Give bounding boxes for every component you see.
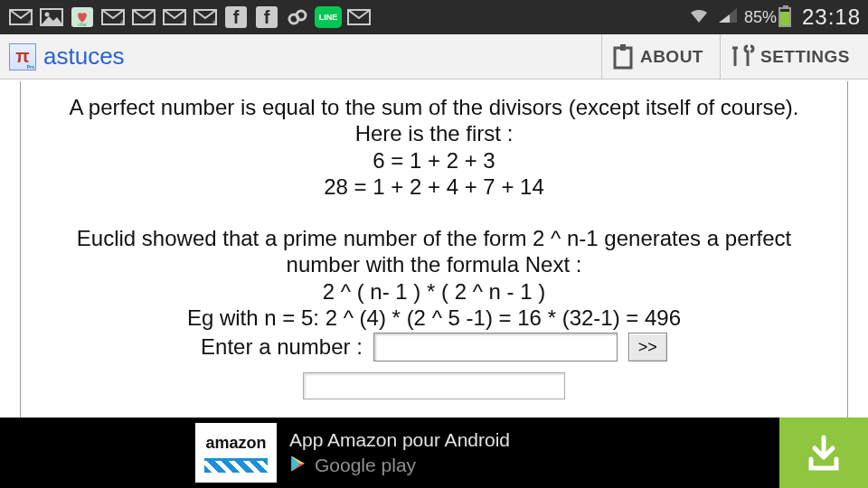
google-play-icon bbox=[289, 455, 307, 476]
example-text: Eg with n = 5: 2 ^ (4) * (2 ^ 5 -1) = 16… bbox=[37, 305, 831, 331]
svg-text:@: @ bbox=[151, 18, 156, 25]
ad-decoration-icon bbox=[204, 458, 268, 473]
svg-text:chat: chat bbox=[78, 22, 87, 27]
ad-download-button[interactable] bbox=[779, 418, 868, 488]
intro-text: Here is the first : bbox=[37, 120, 831, 146]
facebook-icon: f bbox=[222, 8, 250, 26]
facebook-icon: f bbox=[253, 8, 280, 26]
line-app-icon: LINE bbox=[315, 6, 342, 28]
wifi-icon bbox=[688, 6, 710, 29]
about-icon bbox=[611, 44, 635, 70]
notification-icons: @ chat @ @ @ @ f f LINE bbox=[7, 6, 373, 28]
svg-text:f: f bbox=[264, 7, 270, 27]
mail-icon: @ bbox=[99, 8, 127, 26]
ad-text: App Amazon pour Android Google play bbox=[277, 418, 779, 488]
svg-rect-21 bbox=[615, 48, 631, 68]
svg-text:@: @ bbox=[28, 18, 33, 25]
ad-amazon-tile: amazon bbox=[195, 423, 277, 483]
app-bar: π astuces ABOUT SETTINGS bbox=[0, 34, 868, 80]
battery-indicator: 85% bbox=[744, 7, 791, 27]
mail-icon: @ bbox=[161, 8, 188, 26]
tools-icon bbox=[730, 44, 755, 70]
svg-rect-22 bbox=[620, 44, 626, 51]
settings-button[interactable]: SETTINGS bbox=[720, 34, 859, 80]
clock: 23:18 bbox=[798, 5, 861, 30]
input-row: Enter a number : >> bbox=[37, 333, 831, 361]
euclid-text: Euclid showed that a prime number of the… bbox=[37, 225, 831, 278]
link-icon bbox=[284, 8, 311, 26]
definition-text: A perfect number is equal to the sum of … bbox=[37, 94, 831, 120]
heart-app-icon: chat bbox=[69, 8, 96, 26]
formula-text: 2 ^ ( n- 1 ) * ( 2 ^ n - 1 ) bbox=[37, 278, 831, 305]
download-icon bbox=[803, 432, 844, 474]
signal-icon bbox=[717, 6, 737, 29]
ad-headline: App Amazon pour Android bbox=[289, 429, 767, 451]
svg-text:@: @ bbox=[120, 18, 125, 25]
equation-1: 6 = 1 + 2 + 3 bbox=[37, 147, 831, 174]
app-icon: π bbox=[9, 43, 36, 70]
ad-google-play-label: Google play bbox=[315, 455, 416, 476]
svg-point-19 bbox=[297, 11, 306, 20]
battery-icon bbox=[778, 7, 791, 27]
svg-text:@: @ bbox=[212, 18, 217, 25]
svg-point-3 bbox=[45, 13, 50, 17]
content-area: A perfect number is equal to the sum of … bbox=[20, 81, 848, 418]
number-input[interactable] bbox=[373, 333, 618, 361]
ad-amazon-label: amazon bbox=[205, 434, 266, 453]
input-label: Enter a number : bbox=[201, 333, 363, 360]
about-label: ABOUT bbox=[640, 47, 703, 67]
app-title: astuces bbox=[43, 42, 125, 70]
settings-label: SETTINGS bbox=[760, 47, 850, 67]
equation-2: 28 = 1 + 2 + 4 + 7 + 14 bbox=[37, 174, 831, 200]
compute-button[interactable]: >> bbox=[628, 333, 667, 361]
picture-icon bbox=[38, 8, 65, 26]
mail-icon: @ bbox=[130, 8, 157, 26]
about-button[interactable]: ABOUT bbox=[601, 34, 712, 80]
svg-text:@: @ bbox=[182, 18, 186, 25]
status-right: 85% 23:18 bbox=[688, 5, 861, 30]
result-output bbox=[303, 372, 565, 399]
battery-percent: 85% bbox=[744, 8, 777, 27]
mail-icon: @ bbox=[192, 8, 219, 26]
android-status-bar: @ chat @ @ @ @ f f LINE bbox=[0, 0, 868, 34]
ad-banner[interactable]: amazon App Amazon pour Android Google pl… bbox=[0, 418, 868, 488]
mail-icon: @ bbox=[7, 8, 34, 26]
mail-icon bbox=[345, 8, 373, 26]
svg-text:f: f bbox=[233, 7, 240, 27]
